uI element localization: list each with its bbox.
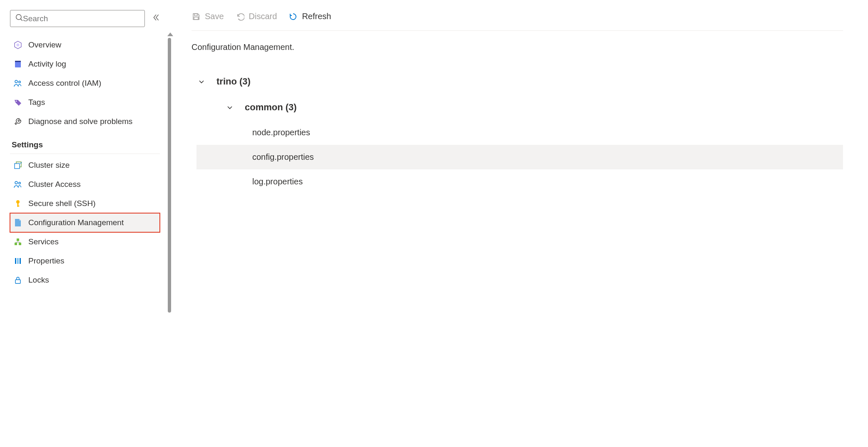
svg-rect-21	[15, 280, 20, 283]
search-box[interactable]	[10, 10, 145, 27]
sidebar-item-activity-log[interactable]: Activity log	[10, 55, 160, 74]
tree-file-log-properties[interactable]: log.properties	[196, 169, 843, 194]
chevron-down-icon	[225, 104, 235, 111]
cluster-size-icon	[13, 161, 22, 170]
diagnose-icon	[13, 117, 22, 126]
settings-section-header: Settings	[10, 131, 160, 154]
svg-rect-9	[15, 164, 20, 169]
search-input[interactable]	[23, 14, 139, 23]
svg-rect-15	[17, 238, 19, 241]
sidebar-item-label: Configuration Management	[28, 218, 124, 227]
svg-point-7	[19, 81, 21, 83]
page-description: Configuration Management.	[192, 42, 843, 52]
refresh-button[interactable]: Refresh	[289, 12, 331, 21]
sidebar-item-label: Locks	[28, 276, 49, 285]
tree-node-trino[interactable]: trino (3)	[196, 69, 843, 94]
svg-point-3	[17, 44, 20, 47]
activity-log-icon	[13, 60, 22, 69]
sidebar-item-cluster-size[interactable]: Cluster size	[10, 156, 160, 175]
svg-rect-22	[194, 14, 197, 16]
save-icon	[192, 12, 201, 21]
sidebar-item-secure-shell[interactable]: Secure shell (SSH)	[10, 194, 160, 213]
sidebar-item-locks[interactable]: Locks	[10, 271, 160, 290]
sidebar-item-tags[interactable]: Tags	[10, 93, 160, 112]
main-content: Save Discard Refresh Configuration Manag…	[167, 0, 868, 447]
discard-icon	[236, 12, 245, 21]
sidebar-item-label: Properties	[28, 256, 65, 266]
sidebar-item-label: Overview	[28, 40, 61, 50]
svg-point-0	[16, 15, 21, 20]
svg-rect-19	[17, 258, 19, 264]
tree-file-label: config.properties	[252, 152, 314, 161]
refresh-label: Refresh	[302, 12, 331, 21]
svg-point-10	[15, 181, 17, 184]
tree-node-label: trino (3)	[216, 76, 251, 87]
svg-rect-14	[17, 206, 20, 206]
key-icon	[13, 199, 22, 208]
sidebar-item-label: Activity log	[28, 60, 66, 69]
sidebar-item-label: Tags	[28, 98, 45, 107]
sidebar-item-access-control[interactable]: Access control (IAM)	[10, 74, 160, 93]
properties-icon	[13, 256, 22, 266]
svg-point-12	[16, 200, 20, 204]
chevron-down-icon	[196, 78, 206, 85]
nav-list-settings: Cluster size Cluster Access Secure shell…	[10, 156, 160, 290]
sidebar-item-properties[interactable]: Properties	[10, 251, 160, 271]
command-bar: Save Discard Refresh	[192, 12, 843, 31]
tree-file-label: node.properties	[252, 128, 310, 137]
sidebar-item-services[interactable]: Services	[10, 232, 160, 251]
sidebar-item-label: Services	[28, 237, 59, 246]
svg-rect-20	[20, 258, 21, 264]
svg-point-8	[16, 101, 17, 102]
save-button[interactable]: Save	[192, 12, 224, 21]
tree-file-label: log.properties	[252, 177, 303, 186]
discard-label: Discard	[249, 12, 277, 21]
sidebar-item-overview[interactable]: Overview	[10, 35, 160, 55]
collapse-sidebar-icon[interactable]	[152, 14, 160, 23]
config-tree: trino (3) common (3) node.properties con…	[196, 69, 843, 194]
sidebar-item-label: Cluster Access	[28, 180, 81, 189]
tree-file-config-properties[interactable]: config.properties	[196, 145, 843, 169]
discard-button[interactable]: Discard	[236, 12, 277, 21]
sidebar-item-label: Diagnose and solve problems	[28, 117, 132, 126]
svg-rect-5	[15, 61, 21, 62]
tags-icon	[13, 98, 22, 107]
services-icon	[13, 237, 22, 246]
tree-file-node-properties[interactable]: node.properties	[196, 120, 843, 145]
svg-point-6	[15, 80, 17, 83]
sidebar-item-label: Cluster size	[28, 161, 70, 170]
svg-rect-23	[194, 17, 198, 20]
svg-rect-18	[15, 258, 16, 264]
overview-icon	[13, 40, 22, 50]
lock-icon	[13, 276, 22, 285]
file-icon	[13, 218, 22, 227]
save-label: Save	[205, 12, 224, 21]
svg-point-11	[19, 182, 21, 184]
svg-rect-17	[19, 243, 21, 245]
svg-line-1	[20, 19, 22, 21]
tree-node-common[interactable]: common (3)	[196, 94, 843, 120]
cluster-access-icon	[13, 180, 22, 189]
tree-node-label: common (3)	[245, 102, 297, 113]
sidebar: Overview Activity log Access control (IA…	[0, 0, 167, 447]
nav-list-top: Overview Activity log Access control (IA…	[10, 35, 160, 131]
sidebar-item-diagnose[interactable]: Diagnose and solve problems	[10, 112, 160, 131]
sidebar-item-cluster-access[interactable]: Cluster Access	[10, 175, 160, 194]
search-icon	[15, 14, 23, 23]
sidebar-item-label: Access control (IAM)	[28, 79, 101, 88]
refresh-icon	[289, 12, 298, 21]
access-control-icon	[13, 79, 22, 88]
sidebar-item-label: Secure shell (SSH)	[28, 199, 96, 208]
svg-rect-16	[15, 243, 17, 245]
sidebar-item-configuration-management[interactable]: Configuration Management	[10, 213, 160, 232]
